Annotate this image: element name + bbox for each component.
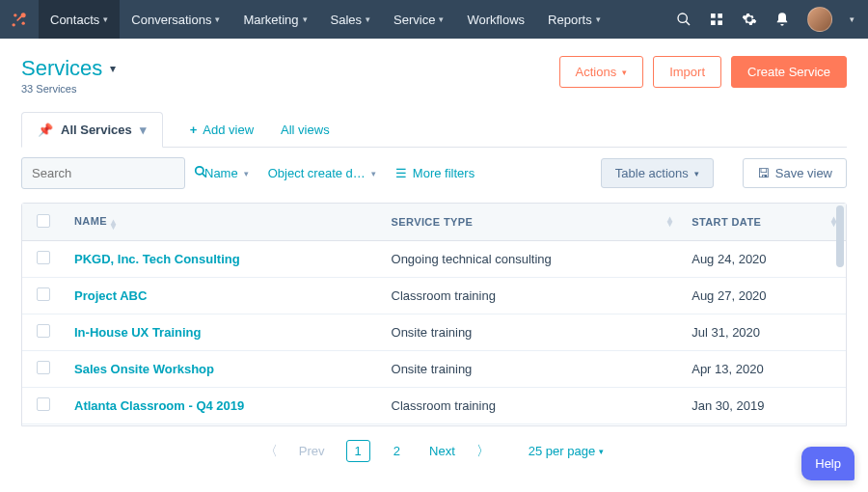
- nav-contacts[interactable]: Contacts▾: [39, 0, 120, 39]
- row-checkbox-cell: [22, 424, 65, 426]
- all-views-link[interactable]: All views: [281, 113, 330, 147]
- row-checkbox-cell: [22, 314, 65, 351]
- svg-point-3: [22, 22, 25, 25]
- tab-label: All Services: [61, 123, 132, 137]
- nav-workflows[interactable]: Workflows: [455, 0, 536, 39]
- column-service-type[interactable]: Service Type▴▾: [382, 204, 683, 241]
- row-checkbox[interactable]: [37, 361, 50, 374]
- table-row: Project ABCClassroom trainingAug 27, 202…: [22, 278, 846, 314]
- nav-service[interactable]: Service▾: [382, 0, 455, 39]
- column-name[interactable]: Name▴▾: [65, 204, 382, 241]
- pin-icon: 📌: [38, 123, 53, 137]
- page-title-text: Services: [21, 56, 102, 81]
- bell-icon[interactable]: [774, 12, 790, 27]
- nav-label: Reports: [548, 13, 592, 27]
- nav-reports[interactable]: Reports▾: [536, 0, 612, 39]
- record-link[interactable]: Sales Onsite Workshop: [74, 362, 214, 376]
- create-service-button[interactable]: Create Service: [731, 56, 847, 88]
- row-checkbox[interactable]: [37, 397, 50, 411]
- row-checkbox[interactable]: [37, 287, 50, 301]
- record-link[interactable]: In-House UX Training: [74, 325, 201, 340]
- svg-point-4: [14, 14, 16, 16]
- data-table: Name▴▾ Service Type▴▾ Start Date▴▾ PKGD,…: [21, 203, 847, 426]
- cell-start-date: Aug 24, 2020: [682, 241, 846, 278]
- chevron-down-icon: ▾: [596, 14, 601, 24]
- next-arrow-icon[interactable]: 〉: [476, 443, 490, 460]
- button-label: Import: [669, 65, 705, 79]
- cell-start-date: Jul 31, 2020: [682, 314, 846, 351]
- import-button[interactable]: Import: [653, 56, 721, 88]
- chevron-down-icon: ▾: [140, 123, 147, 137]
- table-header-row: Name▴▾ Service Type▴▾ Start Date▴▾: [22, 204, 846, 241]
- page-1[interactable]: 1: [346, 440, 370, 462]
- search-input[interactable]: [32, 166, 194, 180]
- record-link[interactable]: Atlanta Classroom - Q4 2019: [74, 398, 244, 413]
- record-count: 33 Services: [21, 83, 116, 95]
- nav-label: Conversations: [131, 13, 211, 27]
- table-actions-button[interactable]: Table actions▾: [601, 158, 714, 188]
- cell-service-type: Ongoing technical consulting: [382, 241, 683, 278]
- column-label: Start Date: [692, 216, 761, 228]
- cell-service-type: Onsite training: [382, 424, 683, 426]
- prev-link[interactable]: Prev: [293, 440, 331, 462]
- view-tabs: 📌 All Services ▾ + Add view All views: [21, 112, 847, 148]
- filter-object-create[interactable]: Object create d…▾: [268, 166, 376, 180]
- button-label: Save view: [775, 166, 832, 180]
- next-link[interactable]: Next: [423, 440, 461, 462]
- chevron-down-icon: ▾: [303, 14, 308, 24]
- actions-button[interactable]: Actions▾: [559, 56, 644, 88]
- prev-arrow-icon[interactable]: 〈: [264, 443, 278, 460]
- hubspot-logo[interactable]: [0, 0, 39, 39]
- nav-conversations[interactable]: Conversations▾: [120, 0, 231, 39]
- help-label: Help: [815, 456, 841, 471]
- column-start-date[interactable]: Start Date▴▾: [682, 204, 846, 241]
- add-view-link[interactable]: + Add view: [190, 113, 254, 147]
- chevron-down-icon: ▾: [622, 68, 627, 77]
- gear-icon[interactable]: [742, 12, 757, 27]
- cell-service-type: Onsite training: [382, 351, 683, 388]
- row-checkbox-cell: [22, 388, 65, 424]
- row-checkbox-cell: [22, 351, 65, 388]
- filter-name[interactable]: Name▾: [204, 166, 249, 180]
- cell-name: Sales Onsite Workshop: [65, 351, 382, 388]
- record-link[interactable]: Project ABC: [74, 288, 147, 303]
- filter-label: Object create d…: [268, 166, 366, 180]
- plus-icon: +: [190, 123, 198, 137]
- save-view-button[interactable]: 🖫Save view: [743, 158, 847, 188]
- cell-name: Project ABC: [65, 278, 382, 314]
- search-icon[interactable]: [676, 12, 692, 27]
- per-page-select[interactable]: 25 per page▾: [529, 444, 604, 458]
- search-box[interactable]: [21, 157, 185, 189]
- page-2[interactable]: 2: [386, 441, 408, 461]
- table-row: Sales Onsite WorkshopOnsite trainingApr …: [22, 424, 846, 426]
- tab-all-services[interactable]: 📌 All Services ▾: [21, 112, 163, 148]
- sort-icon: ▴▾: [667, 216, 672, 226]
- marketplace-icon[interactable]: [709, 12, 724, 27]
- nav-sales[interactable]: Sales▾: [319, 0, 383, 39]
- sort-icon: ▴▾: [111, 219, 116, 229]
- cell-start-date: Apr 13, 2020: [682, 424, 846, 426]
- button-label: Table actions: [615, 166, 689, 180]
- row-checkbox[interactable]: [37, 251, 50, 264]
- select-all-cell: [22, 204, 65, 241]
- nav-label: Sales: [331, 13, 363, 27]
- scrollbar[interactable]: [836, 205, 844, 424]
- nav-items: Contacts▾ Conversations▾ Marketing▾ Sale…: [39, 0, 612, 39]
- chevron-down-icon: ▾: [110, 62, 116, 75]
- select-all-checkbox[interactable]: [37, 214, 50, 228]
- page-title[interactable]: Services ▾: [21, 56, 116, 81]
- more-filters[interactable]: ☰More filters: [395, 166, 475, 180]
- cell-name: PKGD, Inc. Tech Consulting: [65, 241, 382, 278]
- scrollbar-thumb[interactable]: [836, 205, 844, 267]
- chevron-down-icon: ▾: [244, 169, 249, 178]
- nav-marketing[interactable]: Marketing▾: [231, 0, 318, 39]
- row-checkbox[interactable]: [37, 324, 50, 338]
- nav-label: Marketing: [243, 13, 298, 27]
- help-button[interactable]: Help: [801, 447, 854, 476]
- filter-label: Name: [204, 166, 238, 180]
- button-label: Actions: [576, 65, 617, 79]
- record-link[interactable]: PKGD, Inc. Tech Consulting: [74, 252, 240, 266]
- filter-label: More filters: [413, 166, 475, 180]
- svg-point-11: [196, 167, 203, 175]
- avatar[interactable]: [807, 7, 832, 32]
